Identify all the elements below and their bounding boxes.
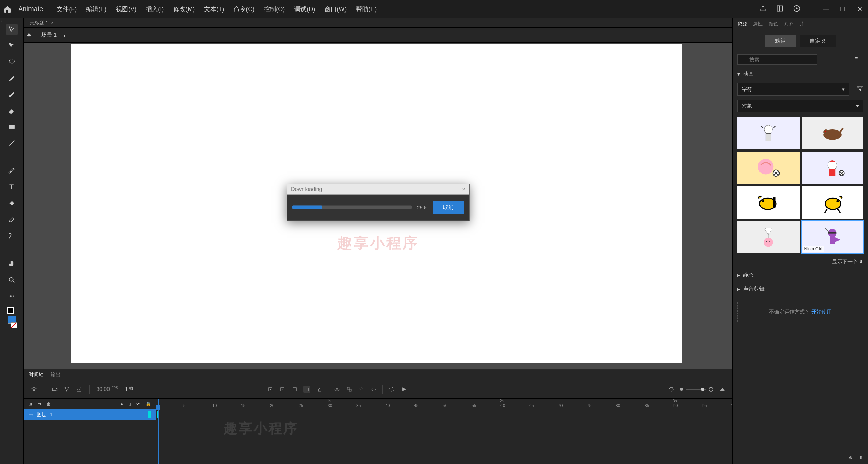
center-frame-icon[interactable] [370, 386, 377, 393]
menu-insert[interactable]: 插入(I) [146, 5, 164, 13]
dialog-close-icon[interactable]: × [462, 186, 465, 192]
fit-timeline-icon[interactable] [719, 386, 726, 393]
frame-row[interactable] [156, 409, 732, 420]
character-dropdown[interactable]: 字符 ▾ [737, 83, 849, 96]
onion-skin-icon[interactable] [334, 386, 340, 393]
delete-asset-icon[interactable]: 🗑 [859, 455, 863, 460]
eraser-tool[interactable] [6, 105, 18, 116]
tab-color[interactable]: 颜色 [769, 21, 778, 27]
section-static-header[interactable]: ▸ 静态 [733, 268, 868, 282]
menu-commands[interactable]: 命令(C) [234, 5, 254, 13]
loop-icon[interactable] [388, 386, 395, 393]
text-tool[interactable]: T [6, 182, 18, 192]
minimize-button[interactable]: — [821, 5, 831, 13]
paint-bucket-tool[interactable] [6, 198, 18, 208]
menu-debug[interactable]: 调试(D) [294, 5, 315, 13]
asset-thumb-8[interactable]: Ninja Girl [802, 221, 864, 253]
tab-timeline[interactable]: 时间轴 [28, 371, 44, 378]
graph-icon[interactable] [63, 386, 70, 393]
tab-properties[interactable]: 属性 [753, 21, 763, 27]
edit-multiple-icon[interactable] [346, 386, 353, 393]
delete-layer-icon[interactable]: 🗑 [47, 402, 51, 406]
marker-icon[interactable] [358, 386, 365, 393]
pen-tool[interactable] [6, 166, 18, 176]
object-dropdown[interactable]: 对象 ▾ [737, 100, 863, 112]
auto-keyframe-icon[interactable] [303, 386, 310, 393]
line-tool[interactable] [6, 138, 18, 148]
paint-brush-tool[interactable] [6, 89, 18, 99]
scene-dropdown-icon[interactable]: ▾ [63, 33, 66, 38]
asset-thumb-1[interactable] [737, 117, 800, 149]
lasso-tool[interactable] [6, 57, 18, 67]
play-icon[interactable] [793, 5, 800, 13]
rectangle-tool[interactable] [6, 122, 18, 132]
asset-thumb-4[interactable] [802, 152, 864, 184]
keyframe-insert-icon[interactable] [267, 386, 274, 393]
new-folder-icon[interactable]: 🗀 [37, 402, 41, 406]
menu-text[interactable]: 文本(T) [204, 5, 224, 13]
menu-modify[interactable]: 修改(M) [173, 5, 195, 13]
mode-custom-button[interactable]: 自定义 [800, 35, 836, 47]
timeline-ruler[interactable]: 5101520253035404550556065707580859095100… [156, 399, 732, 409]
frame-icon[interactable] [291, 386, 298, 393]
blank-keyframe-icon[interactable] [279, 386, 286, 393]
home-icon[interactable] [3, 5, 12, 13]
menu-view[interactable]: 视图(V) [116, 5, 136, 13]
new-layer-icon[interactable]: ⊞ [28, 402, 32, 406]
brush-tool[interactable] [6, 73, 18, 83]
layers-icon[interactable] [31, 386, 37, 393]
hand-tool[interactable] [6, 259, 18, 269]
section-animation-header[interactable]: ▾ 动画 [733, 67, 868, 81]
menu-edit[interactable]: 编辑(E) [86, 5, 106, 13]
maximize-button[interactable]: ☐ [837, 5, 848, 13]
tab-library[interactable]: 库 [800, 21, 805, 27]
filter-icon[interactable] [856, 85, 863, 93]
menu-control[interactable]: 控制(O) [264, 5, 285, 13]
asset-thumb-3[interactable] [737, 152, 800, 184]
menu-help[interactable]: 帮助(H) [356, 5, 377, 13]
scroll-to-playhead-icon[interactable] [668, 386, 675, 393]
frames-area[interactable]: 5101520253035404550556065707580859095100… [156, 399, 732, 464]
camera-timeline-icon[interactable] [51, 386, 58, 393]
playhead[interactable] [158, 399, 159, 464]
mode-default-button[interactable]: 默认 [765, 35, 796, 47]
stroke-color-swatch[interactable] [7, 307, 14, 314]
tab-assets[interactable]: 资源 [737, 21, 747, 27]
layer-highlight-icon[interactable]: ● [121, 402, 123, 406]
asset-thumb-2[interactable] [802, 117, 864, 149]
layer-row[interactable]: ▭ 图层_1 [24, 409, 156, 420]
no-color-swatch[interactable] [11, 322, 17, 328]
close-button[interactable]: ✕ [854, 5, 865, 13]
share-icon[interactable] [760, 5, 766, 13]
layer-outline-icon[interactable]: ▯ [129, 402, 131, 406]
timeline-zoom-slider[interactable] [680, 387, 713, 392]
scene-name[interactable]: 场景 1 [41, 32, 57, 39]
scene-nav-icon[interactable]: ♣ [27, 32, 31, 39]
camera-tool[interactable] [6, 231, 18, 241]
asset-thumb-5[interactable] [737, 186, 800, 219]
eyedropper-tool[interactable] [6, 215, 18, 225]
tab-output[interactable]: 输出 [51, 371, 61, 378]
layer-visibility-icon[interactable]: 👁 [136, 402, 140, 406]
workspace-icon[interactable] [776, 5, 783, 13]
search-input[interactable] [737, 54, 817, 65]
document-tab[interactable]: 无标题-1 × [27, 19, 56, 27]
selection-tool[interactable] [6, 24, 18, 35]
menu-file[interactable]: 文件(F) [57, 5, 77, 13]
free-transform-tool[interactable] [6, 41, 18, 51]
layer-lock-icon[interactable]: 🔒 [146, 402, 151, 406]
add-asset-icon[interactable]: ⊕ [849, 455, 852, 460]
close-tab-icon[interactable]: × [51, 21, 53, 25]
section-sound-header[interactable]: ▸ 声音剪辑 [733, 282, 868, 296]
asset-thumb-7[interactable] [737, 221, 800, 253]
fps-display[interactable]: 30.00 FPS [96, 386, 118, 392]
remove-frame-icon[interactable] [316, 386, 322, 393]
zoom-tool[interactable] [6, 275, 18, 285]
menu-window[interactable]: 窗口(W) [324, 5, 347, 13]
show-more-button[interactable]: 显示下一个 ⬇ [733, 256, 868, 268]
help-link[interactable]: 开始使用 [811, 309, 832, 315]
chart-icon[interactable] [76, 386, 82, 393]
play-button[interactable] [400, 386, 407, 393]
cancel-button[interactable]: 取消 [433, 201, 464, 214]
list-view-icon[interactable]: ☰ [854, 55, 863, 64]
